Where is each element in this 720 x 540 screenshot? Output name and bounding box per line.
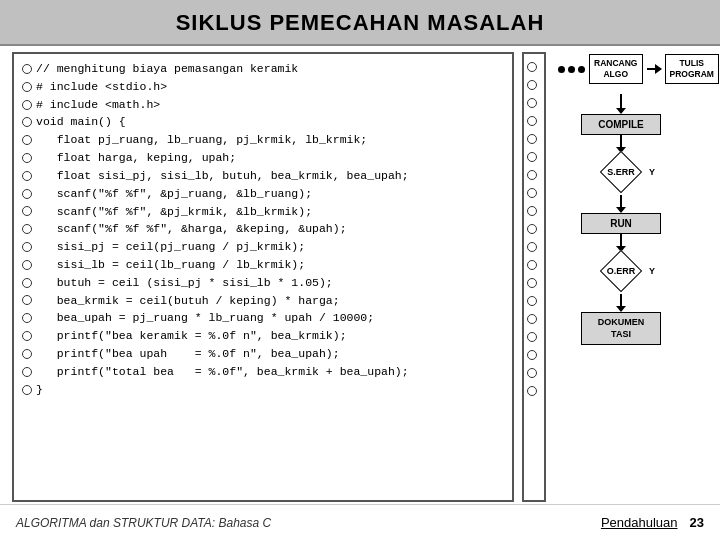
right-circle: [527, 332, 537, 342]
right-circle-row: [527, 130, 541, 148]
footer-right: Pendahuluan 23: [601, 515, 704, 530]
line-circle: [22, 349, 32, 359]
line-circle: [22, 171, 32, 181]
y-label-1: Y: [649, 167, 655, 177]
right-circle: [527, 170, 537, 180]
right-circle: [527, 62, 537, 72]
code-line: butuh = ceil (sisi_pj * sisi_lb * 1.05);: [22, 274, 504, 292]
serr-label: S.ERR: [607, 167, 635, 177]
right-circle-row: [527, 364, 541, 382]
line-circle: [22, 367, 32, 377]
line-circle: [22, 64, 32, 74]
right-circle: [527, 386, 537, 396]
right-circle-row: [527, 292, 541, 310]
right-circle-row: [527, 328, 541, 346]
line-circle: [22, 153, 32, 163]
line-circle: [22, 117, 32, 127]
right-circle: [527, 116, 537, 126]
code-lines: // menghitung biaya pemasangan keramik# …: [22, 60, 504, 398]
line-text: sisi_pj = ceil(pj_ruang / pj_krmik);: [36, 238, 305, 256]
dot-2: [568, 66, 575, 73]
right-circle-row: [527, 166, 541, 184]
line-circle: [22, 385, 32, 395]
right-circle: [527, 224, 537, 234]
line-text: scanf("%f %f %f", &harga, &keping, &upah…: [36, 220, 347, 238]
right-circle: [527, 242, 537, 252]
line-text: bea_upah = pj_ruang * lb_ruang * upah / …: [36, 309, 374, 327]
line-circle: [22, 100, 32, 110]
line-circle: [22, 224, 32, 234]
footer-link[interactable]: Pendahuluan: [601, 515, 678, 530]
right-circle-row: [527, 112, 541, 130]
oerr-label: O.ERR: [607, 266, 636, 276]
code-line: void main() {: [22, 113, 504, 131]
code-line: scanf("%f %f", &pj_krmik, &lb_krmik);: [22, 203, 504, 221]
line-text: float sisi_pj, sisi_lb, butuh, bea_krmik…: [36, 167, 409, 185]
line-circle: [22, 278, 32, 288]
line-text: printf("bea upah = %.0f n", bea_upah);: [36, 345, 340, 363]
right-circle-row: [527, 202, 541, 220]
right-circle-row: [527, 346, 541, 364]
line-text: // menghitung biaya pemasangan keramik: [36, 60, 298, 78]
tulis-program-box: TULIS PROGRAM: [665, 54, 719, 84]
right-circle: [527, 206, 537, 216]
code-line: bea_upah = pj_ruang * lb_ruang * upah / …: [22, 309, 504, 327]
page-title: SIKLUS PEMECAHAN MASALAH: [0, 0, 720, 46]
line-text: butuh = ceil (sisi_pj * sisi_lb * 1.05);: [36, 274, 333, 292]
dot-1: [558, 66, 565, 73]
right-circle-row: [527, 58, 541, 76]
compile-box: COMPILE: [581, 114, 661, 135]
header: SIKLUS PEMECAHAN MASALAH: [0, 0, 720, 46]
line-text: # include <stdio.h>: [36, 78, 167, 96]
code-line: printf("total bea = %.0f", bea_krmik + b…: [22, 363, 504, 381]
code-line: float pj_ruang, lb_ruang, pj_krmik, lb_k…: [22, 131, 504, 149]
right-circle-row: [527, 220, 541, 238]
line-text: printf("bea keramik = %.0f n", bea_krmik…: [36, 327, 347, 345]
line-circle: [22, 295, 32, 305]
code-line: # include <math.h>: [22, 96, 504, 114]
line-text: }: [36, 381, 43, 399]
right-circle: [527, 368, 537, 378]
line-circle: [22, 331, 32, 341]
right-circle-row: [527, 274, 541, 292]
line-text: # include <math.h>: [36, 96, 160, 114]
code-line: printf("bea keramik = %.0f n", bea_krmik…: [22, 327, 504, 345]
line-text: sisi_lb = ceil(lb_ruang / lb_krmik);: [36, 256, 305, 274]
code-line: scanf("%f %f", &pj_ruang, &lb_ruang);: [22, 185, 504, 203]
right-circles: [527, 58, 541, 400]
dokumen-box: DOKUMEN TASI: [581, 312, 661, 345]
footer-page: 23: [690, 515, 704, 530]
line-circle: [22, 313, 32, 323]
right-circle: [527, 350, 537, 360]
run-box: RUN: [581, 213, 661, 234]
line-text: scanf("%f %f", &pj_ruang, &lb_ruang);: [36, 185, 312, 203]
code-line: bea_krmik = ceil(butuh / keping) * harga…: [22, 292, 504, 310]
code-line: }: [22, 381, 504, 399]
right-circle: [527, 278, 537, 288]
right-circle-row: [527, 256, 541, 274]
code-line: float sisi_pj, sisi_lb, butuh, bea_krmik…: [22, 167, 504, 185]
y-label-2: Y: [649, 266, 655, 276]
line-circle: [22, 135, 32, 145]
line-text: void main() {: [36, 113, 126, 131]
footer: ALGORITMA dan STRUKTUR DATA: Bahasa C Pe…: [0, 504, 720, 540]
code-line: printf("bea upah = %.0f n", bea_upah);: [22, 345, 504, 363]
right-circle-row: [527, 148, 541, 166]
line-circle: [22, 206, 32, 216]
line-text: scanf("%f %f", &pj_krmik, &lb_krmik);: [36, 203, 312, 221]
right-circle-row: [527, 76, 541, 94]
right-circle: [527, 80, 537, 90]
code-line: sisi_lb = ceil(lb_ruang / lb_krmik);: [22, 256, 504, 274]
right-circle: [527, 260, 537, 270]
right-circle-row: [527, 238, 541, 256]
rancang-algo-box: RANCANG ALGO: [589, 54, 643, 84]
code-line: scanf("%f %f %f", &harga, &keping, &upah…: [22, 220, 504, 238]
dot-3: [578, 66, 585, 73]
code-line: sisi_pj = ceil(pj_ruang / pj_krmik);: [22, 238, 504, 256]
right-circle-row: [527, 184, 541, 202]
right-circle: [527, 314, 537, 324]
line-circle: [22, 189, 32, 199]
line-circle: [22, 82, 32, 92]
code-line: // menghitung biaya pemasangan keramik: [22, 60, 504, 78]
footer-left-text: ALGORITMA dan STRUKTUR DATA: Bahasa C: [16, 516, 271, 530]
